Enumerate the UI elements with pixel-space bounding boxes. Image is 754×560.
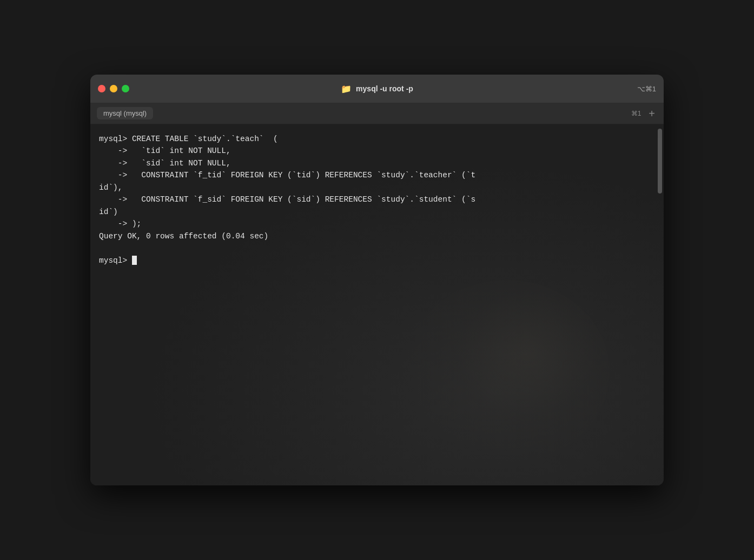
scrollbar-thumb[interactable] — [658, 129, 662, 194]
cursor — [132, 256, 137, 265]
scrollbar[interactable] — [656, 124, 664, 485]
window-title: 📁 mysql -u root -p — [341, 84, 413, 94]
terminal-line-3: -> `sid` int NOT NULL, — [99, 157, 655, 169]
terminal-line-4: -> CONSTRAINT `f_tid` FOREIGN KEY (`tid`… — [99, 169, 655, 181]
tab-bar: mysql (mysql) ⌘1 + — [90, 103, 664, 124]
maximize-button[interactable] — [122, 85, 129, 92]
tab-bar-right: ⌘1 + — [631, 108, 657, 119]
terminal-window: 📁 mysql -u root -p ⌥⌘1 mysql (mysql) ⌘1 … — [90, 75, 664, 485]
terminal-line-10 — [99, 242, 655, 254]
terminal-text-area[interactable]: mysql> CREATE TABLE `study`.`teach` ( ->… — [90, 124, 664, 485]
tab-label: mysql (mysql) — [103, 109, 147, 117]
terminal-line-8: -> ); — [99, 218, 655, 230]
cmd-shortcut: ⌘1 — [631, 110, 641, 117]
terminal-content[interactable]: mysql> CREATE TABLE `study`.`teach` ( ->… — [90, 124, 664, 485]
title-text: mysql -u root -p — [356, 84, 413, 93]
add-tab-button[interactable]: + — [646, 108, 657, 119]
traffic-lights — [98, 85, 129, 92]
terminal-line-6: -> CONSTRAINT `f_sid` FOREIGN KEY (`sid`… — [99, 194, 655, 205]
terminal-line-9: Query OK, 0 rows affected (0.04 sec) — [99, 230, 655, 242]
close-button[interactable] — [98, 85, 105, 92]
terminal-line-5: id`), — [99, 182, 655, 194]
titlebar-right: ⌥⌘1 — [637, 85, 656, 93]
terminal-prompt-line: mysql> — [99, 255, 655, 266]
terminal-line-1: mysql> CREATE TABLE `study`.`teach` ( — [99, 133, 655, 145]
folder-icon: 📁 — [341, 84, 352, 94]
option-cmd-shortcut: ⌥⌘1 — [637, 85, 656, 93]
minimize-button[interactable] — [110, 85, 117, 92]
titlebar: 📁 mysql -u root -p ⌥⌘1 — [90, 75, 664, 103]
tab-mysql[interactable]: mysql (mysql) — [97, 107, 153, 119]
terminal-line-2: -> `tid` int NOT NULL, — [99, 145, 655, 157]
terminal-line-7: id`) — [99, 206, 655, 218]
